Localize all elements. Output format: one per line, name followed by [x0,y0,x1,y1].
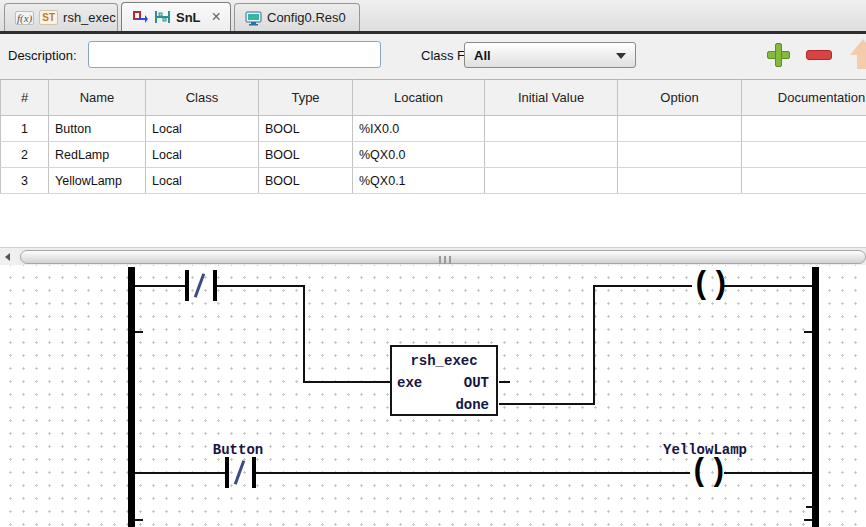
st-badge-icon: ST [39,10,58,25]
wire [724,472,812,474]
cell-initial-value[interactable] [485,168,618,194]
ladder-icon [154,9,171,25]
coil[interactable]: ( [692,269,711,300]
function-block-rsh-exec[interactable]: rsh_exec exe OUT done [390,345,498,416]
cell-class[interactable]: Local [146,142,259,168]
col-header-class: Class [146,80,259,116]
wire [217,285,305,287]
contact-label: Button [178,442,298,458]
variables-table: # Name Class Type Location Initial Value… [0,79,866,194]
block-pin-out: OUT [464,375,489,391]
cell-location[interactable]: %IX0.0 [353,116,485,142]
rail-pin-stub [135,519,143,521]
wire [135,285,185,287]
table-row[interactable]: 1 Button Local BOOL %IX0.0 [1,116,866,142]
cell-class[interactable]: Local [146,168,259,194]
contact-negated[interactable] [225,457,229,488]
block-pin-exe: exe [397,375,422,391]
cell-location[interactable]: %QX0.0 [353,142,485,168]
description-input[interactable] [88,41,381,68]
col-header-location: Location [353,80,485,116]
scroll-left-button[interactable] [0,248,18,266]
out-pin-stub [499,381,510,383]
remove-variable-button[interactable] [806,50,832,60]
description-label: Description: [8,48,77,63]
cell-option[interactable] [618,116,742,142]
cell-class[interactable]: Local [146,116,259,142]
tab-close-icon[interactable]: × [212,9,221,25]
tab-label: SnL [176,10,201,25]
rail-pin-stub [804,519,812,521]
class-filter-dropdown[interactable]: All [464,42,636,68]
wire [595,285,692,287]
coil[interactable]: ) [711,269,730,300]
cell-documentation[interactable] [742,116,866,142]
right-power-rail[interactable] [812,267,819,527]
col-header-option: Option [618,80,742,116]
move-up-button[interactable] [850,39,866,71]
variable-panel-toolbar: Description: Class Filter: All [0,34,866,79]
col-header-num: # [1,80,49,116]
resource-monitor-icon [245,10,262,26]
left-power-rail[interactable] [128,267,135,527]
cell-type[interactable]: BOOL [259,116,353,142]
cell-initial-value[interactable] [485,142,618,168]
contact-negated[interactable] [185,270,189,301]
cell-num[interactable]: 1 [1,116,49,142]
editor-tab-bar: f(x) ST rsh_exec SnL [0,0,866,31]
cell-name[interactable]: YellowLamp [49,168,146,194]
tab-rsh-exec[interactable]: f(x) ST rsh_exec [4,3,118,31]
wire [724,285,812,287]
coil[interactable]: ) [709,456,728,487]
fx-icon: f(x) [15,11,34,25]
block-pin-done: done [455,397,489,413]
wire [303,381,390,383]
cell-option[interactable] [618,142,742,168]
wire [135,472,225,474]
col-header-initial-value: Initial Value [485,80,618,116]
table-row[interactable]: 3 YellowLamp Local BOOL %QX0.1 [1,168,866,194]
contact-negated[interactable] [252,457,256,488]
cell-num[interactable]: 3 [1,168,49,194]
table-row[interactable]: 2 RedLamp Local BOOL %QX0.0 [1,142,866,168]
wire [256,472,690,474]
cell-name[interactable]: Button [49,116,146,142]
tab-label: rsh_exec [63,10,116,25]
cell-location[interactable]: %QX0.1 [353,168,485,194]
cell-num[interactable]: 2 [1,142,49,168]
tab-label: Config0.Res0 [267,10,346,25]
cell-documentation[interactable] [742,142,866,168]
coil[interactable]: ( [690,456,709,487]
col-header-documentation: Documentation [742,80,866,116]
scrollbar-grip-icon [439,256,453,264]
sfc-action-icon [132,9,149,25]
ladder-diagram-canvas[interactable]: rsh_exec exe OUT done ( ) Button YellowL… [0,265,866,527]
cell-type[interactable]: BOOL [259,142,353,168]
col-header-name: Name [49,80,146,116]
add-variable-button[interactable] [764,41,792,69]
class-filter-value: All [474,48,491,63]
block-title: rsh_exec [392,353,496,369]
table-header-row: # Name Class Type Location Initial Value… [1,80,866,116]
cell-documentation[interactable] [742,168,866,194]
rail-pin-stub [804,331,812,333]
tab-config0-res0[interactable]: Config0.Res0 [234,3,360,31]
contact-negated[interactable] [213,270,217,301]
cell-type[interactable]: BOOL [259,168,353,194]
scrollbar-thumb[interactable] [20,250,866,264]
contact-slash-icon [194,273,205,298]
cell-initial-value[interactable] [485,116,618,142]
horizontal-scrollbar[interactable] [0,247,866,265]
wire [499,403,595,405]
triangle-left-icon [5,253,10,261]
col-header-type: Type [259,80,353,116]
contact-slash-icon [234,460,245,485]
cell-name[interactable]: RedLamp [49,142,146,168]
tab-snl[interactable]: SnL × [121,2,231,31]
plc-editor-window: f(x) ST rsh_exec SnL [0,0,866,527]
cell-option[interactable] [618,168,742,194]
wire [303,285,305,383]
rail-pin-stub [135,331,143,333]
rail-pin-stub [806,506,814,508]
arrow-up-icon [850,39,866,55]
